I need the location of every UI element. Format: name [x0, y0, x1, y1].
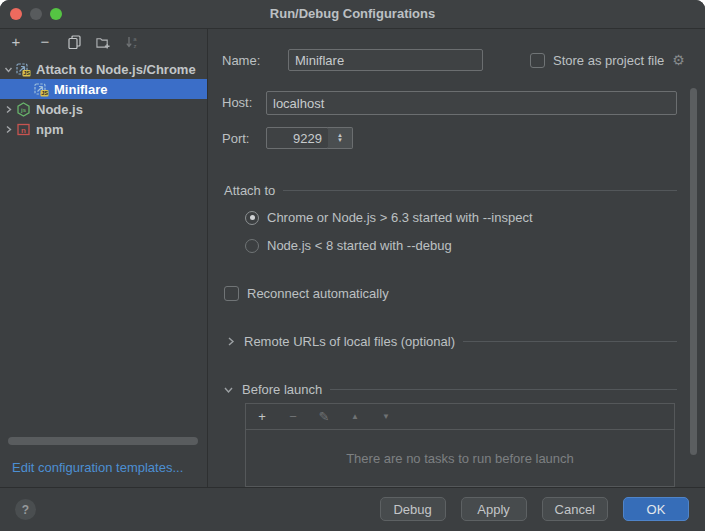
- traffic-lights: [10, 8, 62, 20]
- port-stepper[interactable]: ▲ ▼: [328, 127, 353, 149]
- section-divider: [330, 389, 677, 390]
- tree-item-label: npm: [36, 122, 63, 137]
- before-launch-section[interactable]: Before launch: [222, 382, 677, 397]
- stepper-down-icon[interactable]: ▼: [337, 138, 343, 143]
- svg-text:JS: JS: [23, 70, 30, 76]
- attach-option-inspect[interactable]: Chrome or Node.js > 6.3 started with --i…: [245, 210, 533, 225]
- edit-task-icon: ✎: [317, 410, 331, 424]
- remove-configuration-icon[interactable]: −: [38, 35, 52, 49]
- move-up-icon: ▲: [348, 410, 362, 424]
- host-label: Host:: [222, 95, 252, 110]
- tree-item-label: Attach to Node.js/Chrome: [36, 62, 196, 77]
- new-folder-icon[interactable]: [96, 35, 110, 49]
- chevron-right-icon[interactable]: [224, 337, 236, 346]
- attach-option-debug[interactable]: Node.js < 8 started with --debug: [245, 238, 452, 253]
- attach-to-section-label: Attach to: [224, 183, 275, 198]
- attach-to-section: Attach to: [224, 183, 677, 198]
- name-input[interactable]: [288, 49, 483, 71]
- chevron-down-icon[interactable]: [222, 385, 234, 394]
- store-as-project-file-label: Store as project file: [553, 53, 664, 68]
- radio-label: Node.js < 8 started with --debug: [267, 238, 452, 253]
- svg-text:n: n: [21, 125, 26, 134]
- sidebar: + − a z: [0, 29, 208, 487]
- gear-icon[interactable]: ⚙: [672, 52, 685, 68]
- tree-item-nodejs[interactable]: js Node.js: [0, 99, 207, 119]
- add-configuration-icon[interactable]: +: [9, 35, 23, 49]
- vertical-scrollbar[interactable]: [690, 88, 697, 455]
- attach-nodejs-icon: JS: [34, 82, 50, 97]
- configuration-tree: JS Attach to Node.js/Chrome JS Miniflare: [0, 59, 207, 139]
- dialog-title: Run/Debug Configurations: [0, 0, 705, 28]
- tree-item-miniflare-selected[interactable]: JS Miniflare: [0, 79, 207, 99]
- host-input[interactable]: [266, 91, 677, 115]
- cancel-button[interactable]: Cancel: [542, 497, 608, 521]
- radio-unselected-icon[interactable]: [245, 239, 259, 253]
- tree-item-npm[interactable]: n npm: [0, 119, 207, 139]
- reconnect-automatically-label: Reconnect automatically: [247, 286, 389, 301]
- dialog-footer: ? Debug Apply Cancel OK: [0, 487, 705, 531]
- tree-item-label: Node.js: [36, 102, 83, 117]
- before-launch-task-panel: + − ✎ ▲ ▼ There are no tasks to run befo…: [245, 403, 675, 487]
- debug-button[interactable]: Debug: [380, 497, 446, 521]
- chevron-right-icon[interactable]: [0, 105, 16, 114]
- port-input[interactable]: [266, 127, 329, 149]
- horizontal-scrollbar[interactable]: [8, 437, 198, 445]
- radio-selected-icon[interactable]: [245, 211, 259, 225]
- minimize-window-button: [30, 8, 42, 20]
- remove-task-icon: −: [286, 410, 300, 424]
- copy-configuration-icon[interactable]: [67, 35, 81, 49]
- remote-urls-section-label: Remote URLs of local files (optional): [244, 334, 455, 349]
- apply-button[interactable]: Apply: [461, 497, 527, 521]
- sort-configurations-icon: a z: [125, 35, 139, 49]
- ok-button[interactable]: OK: [623, 497, 689, 521]
- npm-icon: n: [16, 122, 32, 137]
- attach-nodejs-icon: JS: [16, 62, 32, 77]
- section-divider: [463, 341, 677, 342]
- reconnect-automatically-row[interactable]: Reconnect automatically: [224, 286, 389, 301]
- titlebar: Run/Debug Configurations: [0, 0, 705, 29]
- move-down-icon: ▼: [379, 410, 393, 424]
- section-divider: [283, 190, 677, 191]
- chevron-right-icon[interactable]: [0, 125, 16, 134]
- before-launch-empty-text: There are no tasks to run before launch: [246, 430, 674, 487]
- svg-text:JS: JS: [41, 90, 48, 96]
- radio-label: Chrome or Node.js > 6.3 started with --i…: [267, 210, 533, 225]
- svg-text:a: a: [133, 36, 137, 42]
- close-window-button[interactable]: [10, 8, 22, 20]
- port-label: Port:: [222, 131, 249, 146]
- reconnect-automatically-checkbox[interactable]: [224, 286, 239, 301]
- tree-item-label: Miniflare: [54, 82, 107, 97]
- edit-configuration-templates-link[interactable]: Edit configuration templates...: [12, 460, 183, 475]
- nodejs-icon: js: [16, 102, 32, 117]
- svg-text:z: z: [134, 43, 137, 49]
- run-debug-configurations-dialog: Run/Debug Configurations + −: [0, 0, 705, 531]
- chevron-down-icon[interactable]: [0, 65, 16, 74]
- before-launch-toolbar: + − ✎ ▲ ▼: [246, 404, 674, 430]
- store-as-project-file-checkbox[interactable]: [530, 53, 545, 68]
- help-icon[interactable]: ?: [15, 499, 36, 520]
- config-form: Name: Store as project file ⚙ Host: Port…: [208, 28, 705, 487]
- before-launch-section-label: Before launch: [242, 382, 322, 397]
- sidebar-toolbar: + − a z: [0, 29, 139, 55]
- svg-text:js: js: [20, 107, 27, 113]
- store-as-project-file-row: Store as project file ⚙: [530, 52, 685, 68]
- name-label: Name:: [222, 53, 260, 68]
- zoom-window-button[interactable]: [50, 8, 62, 20]
- tree-item-attach-to-nodejs-chrome[interactable]: JS Attach to Node.js/Chrome: [0, 59, 207, 79]
- footer-buttons: Debug Apply Cancel OK: [380, 497, 689, 521]
- remote-urls-section[interactable]: Remote URLs of local files (optional): [224, 334, 677, 349]
- add-task-icon[interactable]: +: [255, 410, 269, 424]
